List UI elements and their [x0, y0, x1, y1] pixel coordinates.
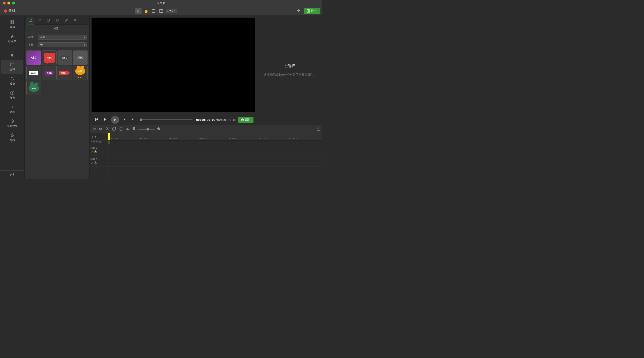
sidebar-item-annotation[interactable]: 注释	[1, 60, 23, 74]
panel-tab-key[interactable]: ⌘	[71, 17, 79, 25]
annotation-item-arrow-red[interactable]: ABC	[58, 66, 72, 80]
track2-lock-button[interactable]: 🔒	[94, 150, 98, 153]
sidebar-item-favorites[interactable]: 收藏夹	[1, 32, 23, 46]
annotation-item-green-cloud[interactable]: ABC	[26, 81, 41, 95]
ruler-start-label: 0:00:00;00	[90, 141, 107, 144]
center-right-area: 00:00:00;00/00:00:00;00 属性 空选择 选择时间线	[90, 16, 322, 179]
svg-rect-56	[126, 128, 128, 130]
sidebar-item-library[interactable]: 库	[1, 46, 23, 60]
zoom-out-icon	[132, 127, 136, 130]
play-button[interactable]	[111, 116, 119, 124]
step-forward-icon	[104, 117, 108, 122]
timeline-zoom-track[interactable]	[138, 129, 156, 130]
timeline-zoom-in-button[interactable]	[156, 127, 161, 132]
sidebar-item-voiceover[interactable]: 旁白	[1, 131, 23, 144]
red-bubble-preview: ABC	[44, 53, 55, 62]
titlebar: 未命名	[0, 0, 322, 6]
prev-button[interactable]	[121, 117, 128, 123]
panel-tab-circle[interactable]	[44, 17, 52, 25]
annotation-item-dark-box[interactable]: ABC	[73, 51, 88, 65]
playhead-marker[interactable]	[108, 133, 110, 140]
panel-tab-annotation[interactable]	[26, 17, 34, 25]
purple-bubble-preview: ABC	[45, 71, 54, 75]
export-label: 导出	[311, 9, 317, 13]
panel-tab-arrow[interactable]	[36, 17, 44, 25]
properties-button[interactable]: 属性	[238, 117, 254, 123]
add-track-button[interactable]: +	[91, 134, 94, 139]
maximize-button[interactable]	[12, 2, 15, 5]
export-button[interactable]: 导出	[304, 8, 320, 14]
svg-rect-32	[12, 133, 13, 136]
zoom-dropdown-icon	[173, 10, 176, 12]
panel-tab-paint[interactable]	[53, 17, 61, 25]
timeline-expand-button[interactable]	[317, 127, 320, 131]
cut-button[interactable]	[105, 126, 110, 132]
annotation-icon	[10, 62, 14, 67]
track-toggle-button[interactable]: ▾	[95, 135, 96, 138]
svg-rect-18	[10, 51, 14, 51]
yellow-cloud-preview: ABC	[75, 67, 85, 79]
svg-point-24	[12, 92, 13, 94]
progress-bar[interactable]	[140, 119, 192, 120]
next-button[interactable]	[130, 117, 136, 123]
ruler-mark-90: 0:01:30;00	[288, 137, 297, 139]
sidebar-item-animation[interactable]: 动画	[1, 102, 23, 116]
annotation-item-red-bubble[interactable]: ABC	[42, 51, 56, 65]
track1-lock-button[interactable]: 🔒	[94, 161, 98, 164]
track2-loop-button[interactable]: ↺	[90, 150, 93, 153]
purple-banner-preview: ABC	[27, 51, 41, 65]
expand-icon	[317, 127, 320, 130]
sidebar-item-cursor[interactable]: 光标效果	[1, 117, 23, 130]
sidebar-label-media: 媒体	[10, 25, 15, 29]
preview-black-screen	[92, 18, 255, 112]
hand-tool-button[interactable]: ✋	[143, 8, 149, 14]
download-button[interactable]	[296, 7, 302, 15]
sidebar-item-media[interactable]: 媒体	[1, 18, 23, 31]
transform-tool-button[interactable]	[158, 8, 164, 14]
record-dot-icon	[4, 10, 7, 13]
annotation-item-white-box[interactable]: ABC	[26, 66, 41, 80]
sidebar-label-voiceover: 旁白	[10, 138, 15, 142]
pen-tab-icon	[64, 18, 68, 22]
crop-tool-button[interactable]	[150, 8, 157, 14]
svg-rect-12	[12, 21, 14, 22]
annotation-item-plain-text[interactable]: ABC	[58, 51, 72, 65]
arrow-red-preview: ABC	[59, 70, 70, 76]
media-icon	[10, 20, 14, 25]
style-select[interactable]: 基本	[38, 35, 87, 40]
undo-button[interactable]	[91, 126, 97, 132]
svg-marker-43	[104, 118, 106, 121]
sidebar-item-behavior[interactable]: 行为	[1, 88, 23, 102]
step-back-button[interactable]	[93, 117, 100, 123]
svg-line-34	[38, 19, 40, 22]
select-tool-button[interactable]	[135, 8, 142, 14]
panel-tab-pen[interactable]	[62, 17, 70, 25]
svg-text:⌘: ⌘	[74, 19, 77, 22]
redo-button[interactable]	[98, 126, 104, 132]
theme-select[interactable]: 无	[38, 42, 87, 47]
toolbar-center: ✋ 75%	[18, 8, 294, 14]
copy-button[interactable]	[112, 126, 117, 132]
sidebar-item-convert[interactable]: 转换	[1, 74, 23, 88]
annotation-item-purple-bubble[interactable]: ABC	[42, 66, 56, 80]
sidebar-more-button[interactable]: 更多	[0, 170, 24, 179]
track1-loop-button[interactable]: ↺	[90, 161, 93, 164]
right-panel-title: 空选择	[284, 64, 295, 68]
paste-button[interactable]	[118, 126, 124, 132]
step-forward-button[interactable]	[102, 117, 109, 123]
arrow-tab-icon	[38, 18, 41, 22]
panel-title: 标注	[25, 25, 89, 34]
separate-button[interactable]	[125, 126, 130, 132]
cut-icon	[106, 127, 109, 130]
sidebar-label-annotation: 注释	[10, 68, 15, 72]
crop-tool-icon	[152, 9, 156, 13]
annotation-item-yellow-cloud[interactable]: ABC	[73, 66, 88, 80]
record-button[interactable]: 录制	[2, 8, 16, 14]
plain-text-preview: ABC	[60, 55, 70, 60]
annotation-item-purple-banner[interactable]: ABC	[26, 51, 41, 65]
svg-point-27	[12, 121, 13, 122]
minimize-button[interactable]	[8, 2, 10, 5]
close-button[interactable]	[3, 2, 6, 5]
timeline-zoom-out-button[interactable]	[132, 127, 136, 132]
properties-label: 属性	[245, 118, 251, 122]
